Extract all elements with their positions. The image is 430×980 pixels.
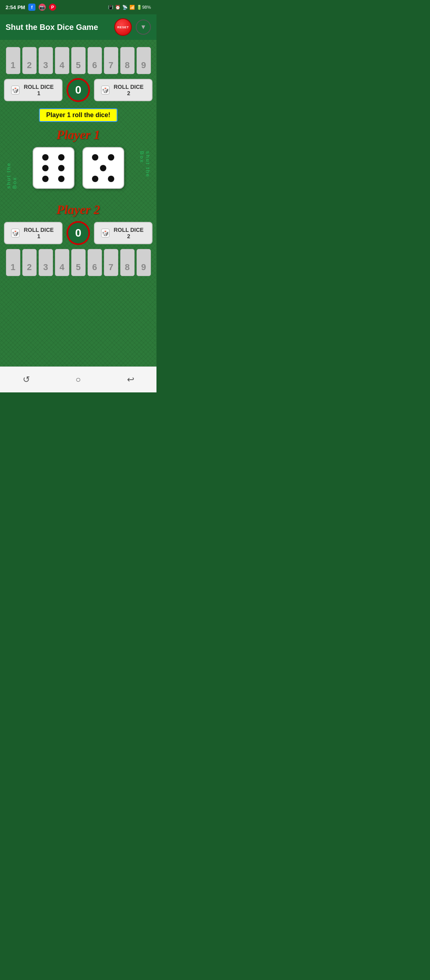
player1-roll-dice2-label: ROLL DICE 2: [112, 84, 145, 96]
tile-p2-7[interactable]: 7: [104, 249, 118, 276]
chevron-down-icon: ▼: [140, 24, 147, 31]
dot: [58, 154, 64, 161]
player2-score: 0: [66, 221, 90, 245]
dot: [42, 165, 49, 171]
signal-icon: 📡: [122, 5, 128, 10]
tile-p1-3[interactable]: 3: [39, 47, 53, 74]
tile-p2-4[interactable]: 4: [55, 249, 69, 276]
status-left: 2:54 PM f 📷 P: [6, 4, 56, 11]
dot: [108, 176, 114, 182]
player2-label: Player 2: [4, 202, 152, 217]
player1-tiles: 1 2 3 4 5 6 7 8 9: [4, 47, 152, 74]
player1-roll-dice2-button[interactable]: 🎲 ROLL DICE 2: [94, 79, 152, 101]
player2-roll-dice1-button[interactable]: 🎲 ROLL DICE 1: [4, 222, 63, 244]
tile-p1-4[interactable]: 4: [55, 47, 69, 74]
tile-p2-1[interactable]: 1: [6, 249, 20, 276]
back-button[interactable]: ↩: [123, 372, 139, 388]
die-2: [82, 147, 124, 189]
wifi-icon: 📶: [129, 5, 135, 10]
status-right: 📳 ⏰ 📡 📶 🔋98%: [108, 5, 151, 10]
time-display: 2:54 PM: [6, 4, 25, 10]
player1-score: 0: [66, 78, 90, 102]
dot: [42, 176, 49, 182]
tile-p1-9[interactable]: 9: [137, 47, 151, 74]
dice3-icon: 🎲: [11, 229, 20, 237]
refresh-button[interactable]: ↺: [18, 372, 34, 388]
dot: [92, 176, 98, 182]
dropdown-button[interactable]: ▼: [136, 20, 151, 35]
tile-p2-8[interactable]: 8: [120, 249, 135, 276]
dice2-icon: 🎲: [101, 86, 109, 94]
side-text-left: shut the Box: [6, 151, 18, 189]
tile-p1-1[interactable]: 1: [6, 47, 20, 74]
tile-p1-6[interactable]: 6: [88, 47, 102, 74]
vibrate-icon: 📳: [108, 5, 113, 10]
reset-button[interactable]: RESET: [114, 18, 132, 36]
player2-roll-dice2-button[interactable]: 🎲 ROLL DICE 2: [94, 222, 152, 244]
player1-roll-dice1-label: ROLL DICE 1: [22, 84, 55, 96]
tile-p1-8[interactable]: 8: [120, 47, 135, 74]
tile-p1-5[interactable]: 5: [71, 47, 86, 74]
dot-center-row: [88, 163, 119, 172]
tile-p1-7[interactable]: 7: [104, 47, 118, 74]
dot: [58, 176, 64, 182]
player1-label: Player 1: [4, 127, 152, 142]
dice1-icon: 🎲: [11, 86, 20, 94]
alarm-icon: ⏰: [115, 5, 121, 10]
player1-message: Player 1 roll the dice!: [39, 108, 117, 122]
player1-roll-area: 🎲 ROLL DICE 1 0 🎲 ROLL DICE 2: [4, 78, 152, 102]
dot: [108, 154, 114, 161]
player2-roll-area: 🎲 ROLL DICE 1 0 🎲 ROLL DICE 2: [4, 221, 152, 245]
tile-p2-9[interactable]: 9: [137, 249, 151, 276]
tile-p2-3[interactable]: 3: [39, 249, 53, 276]
instagram-icon: 📷: [39, 4, 46, 11]
player2-roll-dice1-label: ROLL DICE 1: [22, 227, 55, 239]
podcast-icon: P: [49, 4, 56, 11]
app-header: Shut the Box Dice Game RESET ▼: [0, 14, 156, 40]
dice4-icon: 🎲: [101, 229, 109, 237]
game-area: 1 2 3 4 5 6 7 8 9 🎲 ROLL DICE 1 0 🎲 ROLL…: [0, 40, 156, 367]
player1-message-container: Player 1 roll the dice!: [4, 106, 152, 124]
tile-p1-2[interactable]: 2: [22, 47, 37, 74]
dot: [92, 154, 98, 161]
side-text-right: shut the Box: [139, 151, 151, 189]
tile-p2-2[interactable]: 2: [22, 249, 37, 276]
player2-tiles: 1 2 3 4 5 6 7 8 9: [4, 249, 152, 276]
tile-p2-6[interactable]: 6: [88, 249, 102, 276]
app-title: Shut the Box Dice Game: [6, 23, 110, 32]
dot: [58, 165, 64, 171]
die-1: [33, 147, 74, 189]
bottom-nav: ↺ ○ ↩: [0, 367, 156, 392]
tile-p2-5[interactable]: 5: [71, 249, 86, 276]
player2-roll-dice2-label: ROLL DICE 2: [112, 227, 145, 239]
status-bar: 2:54 PM f 📷 P 📳 ⏰ 📡 📶 🔋98%: [0, 0, 156, 14]
player1-roll-dice1-button[interactable]: 🎲 ROLL DICE 1: [4, 79, 63, 101]
facebook-icon: f: [28, 4, 35, 11]
home-button[interactable]: ○: [70, 372, 86, 388]
battery-icon: 🔋98%: [137, 5, 151, 10]
dot: [100, 165, 106, 171]
dot: [42, 154, 49, 161]
dice-area: shut the Box shut the Box: [4, 147, 152, 189]
